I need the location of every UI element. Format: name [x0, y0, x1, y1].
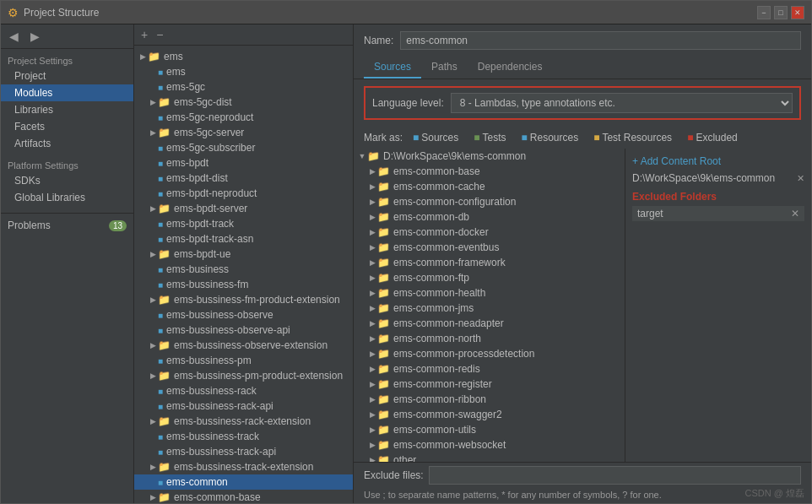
name-input[interactable] — [400, 31, 801, 50]
tree-item-ems-5gc[interactable]: ■ ems-5gc — [134, 79, 353, 95]
mark-as-excluded-button[interactable]: ■ Excluded — [682, 130, 743, 145]
add-module-button[interactable]: + — [139, 28, 149, 41]
tree-item-ems-bpdt-ue[interactable]: ▶ 📁 ems-bpdt-ue — [134, 247, 353, 262]
folder-item-ftp[interactable]: ▶ 📁 ems-common-ftp — [354, 270, 625, 285]
maximize-button[interactable]: □ — [774, 6, 788, 19]
tree-item-ems-bussiness-fm[interactable]: ■ ems-bussiness-fm — [134, 277, 353, 292]
tree-item-ems-bussiness-observe-extension[interactable]: ▶ 📁 ems-bussiness-observe-extension — [134, 338, 353, 353]
tree-item-ems-bussiness-track[interactable]: ■ ems-bussiness-track — [134, 429, 353, 444]
close-button[interactable]: ✕ — [791, 6, 804, 19]
arrow-icon: ▶ — [148, 98, 158, 106]
forward-button[interactable]: ▶ — [27, 28, 43, 45]
tree-item-ems-business[interactable]: ■ ems-business — [134, 262, 353, 277]
expand-icon: ▶ — [367, 304, 377, 312]
folder-icon: 📁 — [377, 211, 390, 223]
remove-module-button[interactable]: − — [154, 28, 165, 41]
folder-item-health[interactable]: ▶ 📁 ems-common-health — [354, 285, 625, 301]
tree-item-ems-bussiness-pm[interactable]: ■ ems-bussiness-pm — [134, 353, 353, 368]
problems-item[interactable]: Problems 13 — [1, 217, 133, 234]
right-panel: Name: Sources Paths Dependencies Languag… — [354, 24, 811, 503]
tree-item-ems-root[interactable]: ▶ 📁 ems — [134, 49, 353, 64]
exclude-files-input[interactable] — [429, 466, 801, 485]
add-content-root-link[interactable]: + Add Content Root — [632, 155, 804, 167]
sidebar-item-artifacts[interactable]: Artifacts — [1, 135, 133, 152]
back-button[interactable]: ◀ — [6, 28, 22, 45]
tree-item-ems-bussiness-rack-extension[interactable]: ▶ 📁 ems-bussiness-rack-extension — [134, 414, 353, 429]
mark-as-sources-button[interactable]: ■ Sources — [408, 130, 463, 145]
folder-item-root[interactable]: ▼ 📁 D:\WorkSpace\9k\ems-common — [354, 149, 625, 164]
arrow-icon: ▶ — [148, 371, 158, 380]
folder-item-configuration[interactable]: ▶ 📁 ems-common-configuration — [354, 194, 625, 209]
folder-item-framework[interactable]: ▶ 📁 ems-common-framework — [354, 255, 625, 270]
tree-item-ems-bpdt-server[interactable]: ▶ 📁 ems-bpdt-server — [134, 201, 353, 216]
arrow-icon: ▶ — [148, 204, 158, 213]
folder-item-processdetection[interactable]: ▶ 📁 ems-common-processdetection — [354, 346, 625, 361]
tree-item-ems[interactable]: ■ ems — [134, 64, 353, 79]
sidebar-item-modules[interactable]: Modules — [1, 84, 133, 101]
sidebar-item-facets[interactable]: Facets — [1, 118, 133, 135]
content-area: ▼ 📁 D:\WorkSpace\9k\ems-common ▶ 📁 ems-c… — [354, 149, 811, 462]
tree-item-ems-5gc-dist[interactable]: ▶ 📁 ems-5gc-dist — [134, 95, 353, 110]
tab-dependencies[interactable]: Dependencies — [468, 57, 553, 79]
folder-item-swagger2[interactable]: ▶ 📁 ems-common-swagger2 — [354, 407, 625, 422]
tree-item-ems-bussiness-rack[interactable]: ■ ems-bussiness-rack — [134, 383, 353, 398]
resources-icon: ■ — [522, 132, 528, 144]
title-bar-controls: − □ ✕ — [757, 6, 804, 19]
folder-item-redis[interactable]: ▶ 📁 ems-common-redis — [354, 361, 625, 377]
tree-item-ems-5gc-subscriber[interactable]: ■ ems-5gc-subscriber — [134, 140, 353, 155]
folder-item-register[interactable]: ▶ 📁 ems-common-register — [354, 377, 625, 392]
folder-item-websocket[interactable]: ▶ 📁 ems-common-websocket — [354, 437, 625, 453]
tree-item-ems-bpdt-dist[interactable]: ■ ems-bpdt-dist — [134, 171, 353, 186]
mark-as-resources-button[interactable]: ■ Resources — [517, 130, 584, 145]
folder-item-north[interactable]: ▶ 📁 ems-common-north — [354, 331, 625, 346]
arrow-icon: ▶ — [148, 417, 158, 425]
folder-item-eventbus[interactable]: ▶ 📁 ems-common-eventbus — [354, 240, 625, 255]
folder-icon: 📁 — [377, 257, 390, 268]
tree-item-ems-bussiness-track-api[interactable]: ■ ems-bussiness-track-api — [134, 444, 353, 459]
tree-item-ems-bussiness-fm-product[interactable]: ▶ 📁 ems-bussiness-fm-product-extension — [134, 292, 353, 307]
module-icon: ■ — [158, 219, 163, 229]
tab-paths[interactable]: Paths — [421, 57, 468, 79]
folder-item-neadapter[interactable]: ▶ 📁 ems-common-neadapter — [354, 316, 625, 331]
tree-item-ems-bussiness-track-extension[interactable]: ▶ 📁 ems-bussiness-track-extension — [134, 459, 353, 474]
tab-sources[interactable]: Sources — [364, 57, 421, 79]
tree-item-ems-5gc-neproduct[interactable]: ■ ems-5gc-neproduct — [134, 110, 353, 125]
folder-item-ribbon[interactable]: ▶ 📁 ems-common-ribbon — [354, 392, 625, 407]
tree-item-ems-bpdt-neproduct[interactable]: ■ ems-bpdt-neproduct — [134, 186, 353, 201]
sidebar-item-global-libraries[interactable]: Global Libraries — [1, 189, 133, 206]
folder-item-docker[interactable]: ▶ 📁 ems-common-docker — [354, 225, 625, 240]
expand-icon: ▶ — [367, 289, 377, 297]
folder-item-other[interactable]: ▶ 📁 other — [354, 453, 625, 462]
sidebar-item-label: Libraries — [14, 104, 53, 116]
tree-item-ems-bpdt-track[interactable]: ■ ems-bpdt-track — [134, 216, 353, 231]
tree-item-ems-bussiness-observe[interactable]: ■ ems-bussiness-observe — [134, 307, 353, 322]
tree-item-ems-bussiness-rack-api[interactable]: ■ ems-bussiness-rack-api — [134, 398, 353, 414]
language-level-select[interactable]: 8 - Lambdas, type annotations etc. — [451, 93, 793, 113]
tree-item-ems-bussiness-observe-api[interactable]: ■ ems-bussiness-observe-api — [134, 322, 353, 338]
tree-item-ems-bpdt[interactable]: ■ ems-bpdt — [134, 155, 353, 171]
tree-item-ems-common[interactable]: ■ ems-common — [134, 474, 353, 490]
language-level-row: Language level: 8 - Lambdas, type annota… — [364, 86, 801, 120]
hint-text: Use ; to separate name patterns, * for a… — [354, 488, 811, 503]
sidebar-item-libraries[interactable]: Libraries — [1, 101, 133, 118]
folder-item-db[interactable]: ▶ 📁 ems-common-db — [354, 209, 625, 225]
folder-item-jms[interactable]: ▶ 📁 ems-common-jms — [354, 301, 625, 316]
tree-item-ems-bussiness-pm-product[interactable]: ▶ 📁 ems-bussiness-pm-product-extension — [134, 368, 353, 383]
sidebar-item-label: Artifacts — [14, 138, 51, 149]
remove-content-root-button[interactable]: ✕ — [797, 173, 804, 184]
mark-as-tests-button[interactable]: ■ Tests — [468, 130, 511, 145]
sidebar-item-sdks[interactable]: SDKs — [1, 172, 133, 189]
folder-item-cache[interactable]: ▶ 📁 ems-common-cache — [354, 179, 625, 194]
tree-item-ems-5gc-server[interactable]: ▶ 📁 ems-5gc-server — [134, 125, 353, 140]
sidebar-item-label: Global Libraries — [14, 192, 85, 203]
minimize-button[interactable]: − — [757, 6, 771, 19]
tree-item-ems-common-base[interactable]: ▶ 📁 ems-common-base — [134, 490, 353, 503]
folder-icon: 📁 — [377, 409, 390, 420]
folder-icon: 📁 — [377, 287, 390, 299]
folder-item-utils[interactable]: ▶ 📁 ems-common-utils — [354, 422, 625, 437]
sidebar-item-project[interactable]: Project — [1, 68, 133, 84]
mark-as-test-resources-button[interactable]: ■ Test Resources — [588, 130, 677, 145]
remove-excluded-folder-button[interactable]: ✕ — [791, 208, 799, 219]
tree-item-ems-bpdt-track-asn[interactable]: ■ ems-bpdt-track-asn — [134, 231, 353, 247]
folder-item-base[interactable]: ▶ 📁 ems-common-base — [354, 164, 625, 179]
